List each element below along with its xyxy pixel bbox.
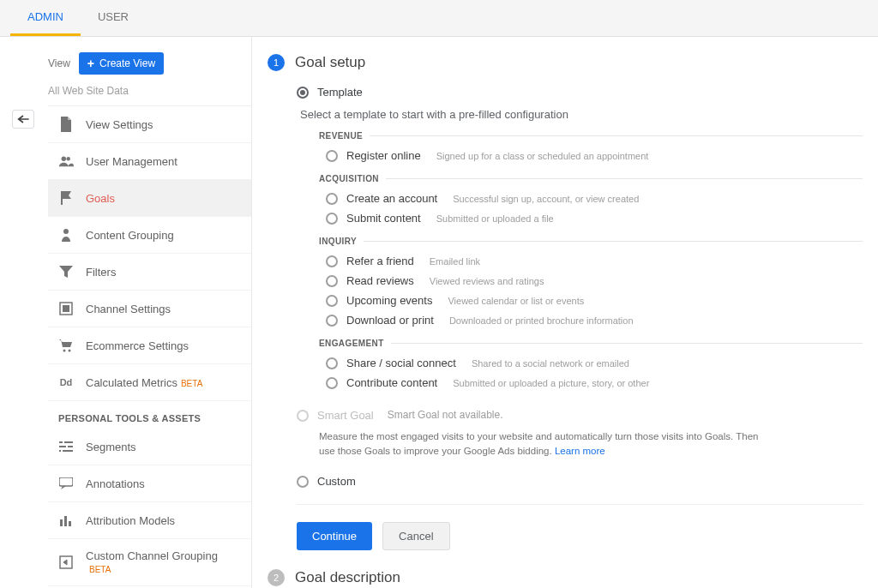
channel-icon — [58, 301, 74, 316]
category-engagement: ENGAGEMENTShare / social connectShared t… — [297, 339, 863, 393]
back-collapse-button[interactable] — [12, 110, 34, 129]
custom-channel-icon — [58, 555, 74, 570]
radio-template-option[interactable] — [326, 275, 338, 287]
create-view-button[interactable]: + Create View — [79, 52, 164, 75]
svg-rect-8 — [60, 519, 63, 526]
option-custom[interactable]: Custom — [297, 463, 863, 492]
category-name: ENGAGEMENT — [319, 339, 391, 348]
option-smart-goal: Smart Goal Smart Goal not available. — [297, 405, 863, 426]
template-option-name: Read reviews — [346, 274, 414, 287]
svg-point-6 — [69, 350, 71, 352]
template-description: Select a template to start with a pre-fi… — [297, 103, 863, 131]
view-subheader[interactable]: All Web Site Data — [48, 80, 251, 106]
cancel-button[interactable]: Cancel — [382, 522, 449, 550]
step-2-title: Goal description — [295, 569, 400, 586]
template-option-name: Submit content — [346, 212, 421, 225]
svg-rect-7 — [59, 477, 73, 486]
bars-icon — [58, 513, 74, 528]
template-option[interactable]: Read reviewsViewed reviews and ratings — [319, 271, 863, 291]
radio-template-option[interactable] — [326, 213, 338, 225]
template-option-desc: Submitted or uploaded a file — [436, 213, 554, 224]
radio-template-option[interactable] — [326, 357, 338, 369]
radio-template-option[interactable] — [326, 255, 338, 267]
template-option-name: Register online — [346, 149, 421, 162]
tab-admin[interactable]: ADMIN — [10, 0, 81, 36]
segments-icon — [58, 439, 74, 454]
person-star-icon — [58, 227, 74, 243]
step-2-circle: 2 — [268, 569, 285, 586]
funnel-icon — [58, 264, 74, 279]
template-option-desc: Shared to a social network or emailed — [472, 358, 629, 369]
template-option[interactable]: Create an accountSuccessful sign up, acc… — [319, 189, 863, 208]
category-name: REVENUE — [319, 131, 370, 141]
template-option[interactable]: Contribute contentSubmitted or uploaded … — [319, 373, 863, 393]
category-revenue: REVENUERegister onlineSigned up for a cl… — [297, 131, 863, 165]
radio-template-option[interactable] — [326, 295, 338, 307]
radio-template-option[interactable] — [326, 377, 338, 389]
radio-template-option[interactable] — [326, 150, 338, 162]
svg-point-5 — [63, 350, 66, 352]
view-label: View — [48, 57, 70, 69]
sidebar-item-filters[interactable]: Filters — [48, 254, 251, 291]
sidebar-item-ecommerce-settings[interactable]: Ecommerce Settings — [48, 327, 251, 364]
back-arrow-icon — [16, 114, 30, 124]
option-template[interactable]: Template — [297, 81, 863, 103]
plus-icon: + — [87, 57, 94, 70]
sidebar-item-content-grouping[interactable]: Content Grouping — [48, 217, 251, 254]
template-option-desc: Emailed link — [430, 256, 480, 267]
learn-more-link[interactable]: Learn more — [555, 446, 605, 456]
template-option-desc: Downloaded or printed brochure informati… — [449, 315, 634, 326]
template-option[interactable]: Submit contentSubmitted or uploaded a fi… — [319, 208, 863, 228]
category-acquisition: ACQUISITIONCreate an accountSuccessful s… — [297, 174, 863, 228]
template-option-name: Refer a friend — [346, 255, 414, 267]
tab-user[interactable]: USER — [81, 0, 146, 36]
template-option-name: Create an account — [346, 192, 437, 205]
template-option[interactable]: Download or printDownloaded or printed b… — [319, 310, 863, 330]
section-personal-tools: PERSONAL TOOLS & ASSETS — [48, 401, 251, 429]
sidebar-item-segments[interactable]: Segments — [48, 429, 251, 465]
sidebar-item-attribution-models[interactable]: Attribution Models — [48, 502, 251, 539]
sidebar-item-annotations[interactable]: Annotations — [48, 465, 251, 502]
template-option-desc: Viewed reviews and ratings — [430, 276, 544, 286]
sidebar-item-calculated-metrics[interactable]: Dd Calculated MetricsBETA — [48, 364, 251, 401]
step-1-circle: 1 — [268, 54, 285, 71]
template-option[interactable]: Register onlineSigned up for a class or … — [319, 146, 863, 165]
radio-smart-goal — [297, 410, 309, 422]
file-icon — [58, 117, 74, 132]
template-option-name: Share / social connect — [346, 357, 456, 369]
template-option-name: Download or print — [346, 314, 434, 327]
speech-icon — [58, 476, 74, 491]
continue-button[interactable]: Continue — [297, 522, 372, 550]
radio-template[interactable] — [297, 87, 309, 99]
sidebar-item-custom-channel-grouping[interactable]: Custom Channel GroupingBETA — [48, 539, 251, 586]
sidebar-item-channel-settings[interactable]: Channel Settings — [48, 291, 251, 327]
step-1-title: Goal setup — [295, 54, 365, 71]
svg-point-0 — [62, 157, 66, 161]
template-option-desc: Signed up for a class or scheduled an ap… — [436, 151, 649, 161]
top-tabs: ADMIN USER — [0, 0, 878, 37]
category-inquiry: INQUIRYRefer a friendEmailed linkRead re… — [297, 237, 863, 330]
template-option-name: Upcoming events — [346, 294, 432, 307]
main-content: 1 Goal setup Template Select a template … — [252, 37, 878, 588]
dd-icon: Dd — [58, 375, 74, 390]
cart-icon — [58, 338, 74, 353]
step-1-header: 1 Goal setup — [268, 54, 863, 71]
template-option-name: Contribute content — [346, 376, 437, 389]
sidebar-item-user-management[interactable]: User Management — [48, 143, 251, 180]
template-option-desc: Successful sign up, account, or view cre… — [453, 194, 639, 204]
sidebar-item-goals[interactable]: Goals — [48, 180, 251, 217]
radio-template-option[interactable] — [326, 193, 338, 205]
svg-rect-10 — [69, 521, 71, 526]
svg-point-2 — [63, 229, 69, 234]
template-option[interactable]: Share / social connectShared to a social… — [319, 353, 863, 373]
svg-rect-4 — [63, 305, 69, 312]
radio-custom[interactable] — [297, 476, 309, 488]
sidebar-item-view-settings[interactable]: View Settings — [48, 106, 251, 143]
template-option-desc: Viewed calendar or list or events — [448, 296, 584, 306]
radio-template-option[interactable] — [326, 315, 338, 327]
svg-point-1 — [66, 157, 70, 161]
template-option[interactable]: Refer a friendEmailed link — [319, 251, 863, 271]
template-option[interactable]: Upcoming eventsViewed calendar or list o… — [319, 291, 863, 310]
users-icon — [58, 153, 74, 169]
category-name: INQUIRY — [319, 237, 364, 246]
